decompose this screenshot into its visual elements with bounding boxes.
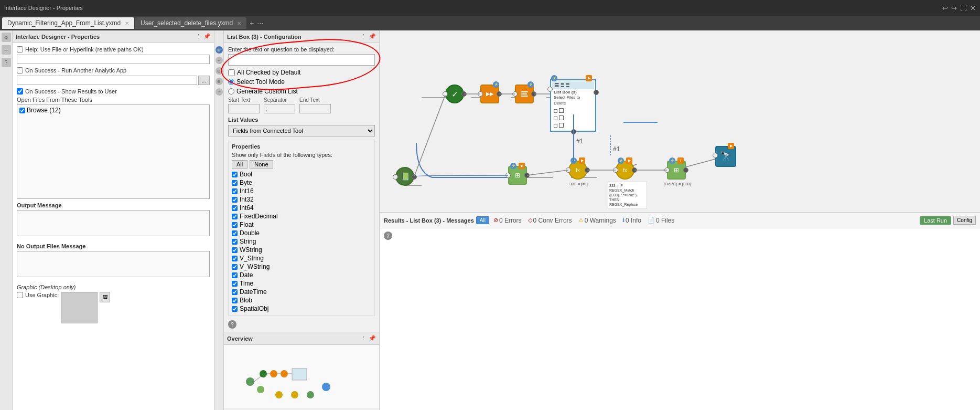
type-v_string: V_String xyxy=(232,255,371,262)
node-runner1[interactable]: ▶▶ ⚡ xyxy=(480,85,499,103)
tab-close-1[interactable]: ✕ xyxy=(125,20,129,26)
type-blob-cb[interactable] xyxy=(232,298,238,303)
tab-label-2: User_selected_delete_files.yxmd xyxy=(141,19,233,27)
use-graphic-checkbox[interactable] xyxy=(17,292,23,298)
bottom-help-icon[interactable]: ? xyxy=(228,320,375,329)
canvas-workspace[interactable]: #1 📗 ✓ ▶▶ ⚡ xyxy=(380,30,980,212)
mid-side-icon-3[interactable]: ⊕ xyxy=(216,67,223,75)
question-label: Enter the text or question to be display… xyxy=(228,46,375,52)
type-string-cb[interactable] xyxy=(232,239,238,245)
type-int64-cb[interactable] xyxy=(232,205,238,211)
sidebar-icon-3[interactable]: ? xyxy=(2,58,11,67)
type-int32-cb[interactable] xyxy=(232,197,238,203)
type-double-cb[interactable] xyxy=(232,230,238,236)
type-spatialobj: SpatialObj xyxy=(232,305,371,312)
node-interface[interactable]: 📗 xyxy=(395,167,414,186)
type-v_wstring-cb[interactable] xyxy=(232,264,238,270)
fields-dropdown[interactable]: Fields from Connected Tool xyxy=(228,125,375,136)
mid-side-icon-4[interactable]: ⊕ xyxy=(216,78,223,85)
overview-canvas[interactable] xyxy=(224,345,379,408)
browse-checkbox[interactable] xyxy=(19,108,25,113)
overview-title: Overview xyxy=(227,335,253,342)
on-success-run-input-row: ... xyxy=(17,76,210,85)
on-success-show-checkbox[interactable] xyxy=(17,88,23,94)
end-text-input[interactable] xyxy=(299,104,331,113)
info-icon: ℹ xyxy=(622,217,624,224)
start-text-input[interactable] xyxy=(228,104,260,113)
svg-point-3 xyxy=(281,370,288,377)
graphic-preview xyxy=(61,292,98,323)
tab-overflow-btn[interactable]: ⋯ xyxy=(257,19,264,27)
mid-panel: List Box (3) - Configuration ⋮ 📌 Enter t… xyxy=(224,30,379,410)
tab-add-btn[interactable]: + xyxy=(250,19,254,27)
undo-btn[interactable]: ↩ xyxy=(942,4,948,12)
type-double: Double xyxy=(232,229,371,237)
sidebar-icon-2[interactable]: ↔ xyxy=(2,45,11,55)
help-input[interactable] xyxy=(17,55,210,64)
tab-dynamic-filtering[interactable]: Dynamic_Filtering_App_From_List.yxmd ✕ xyxy=(2,17,134,29)
type-date-cb[interactable] xyxy=(232,272,238,278)
left-panel-body: Help: Use File or Hyperlink (relative pa… xyxy=(13,43,214,410)
type-v_string-cb[interactable] xyxy=(232,256,238,261)
maximize-btn[interactable]: ⛶ xyxy=(960,4,967,12)
close-btn[interactable]: ✕ xyxy=(970,4,976,12)
type-byte-cb[interactable] xyxy=(232,180,238,186)
mid-panel-dots[interactable]: ⋮ xyxy=(361,33,367,40)
mid-panel-pin[interactable]: 📌 xyxy=(369,33,376,40)
left-panel-pin[interactable]: 📌 xyxy=(203,33,211,40)
type-wstring-cb[interactable] xyxy=(232,247,238,253)
message-area: ? xyxy=(380,228,980,410)
results-errors: ⊘ 0 Errors xyxy=(493,217,522,224)
mid-side-icon-2[interactable]: ↔ xyxy=(216,57,223,64)
overview-dots[interactable]: ⋮ xyxy=(361,335,367,342)
node-checkmark[interactable]: ✓ xyxy=(445,85,464,103)
left-panel-dots[interactable]: ⋮ xyxy=(196,33,201,40)
svg-rect-4 xyxy=(292,369,307,380)
node-formula1[interactable]: fx ⚡ ▶ 333 = [#1] xyxy=(568,161,587,180)
node-formula2[interactable]: fx ⚡ ▶ 333 = IF REGEX_Match ([333], ".*=… xyxy=(616,161,634,180)
help-checkbox[interactable] xyxy=(17,46,23,52)
type-time-cb[interactable] xyxy=(232,281,238,287)
generate-custom-radio[interactable] xyxy=(228,88,234,94)
type-date: Date xyxy=(232,271,371,279)
none-types-btn[interactable]: None xyxy=(250,160,273,169)
node-filter[interactable]: ⊞ ⚡ ▶ xyxy=(508,166,527,185)
type-bool-cb[interactable] xyxy=(232,172,238,177)
graphic-browse-btn[interactable]: 🖼 xyxy=(100,292,110,302)
results-config-btn[interactable]: Config xyxy=(953,216,976,225)
separator-input[interactable] xyxy=(264,104,295,113)
node-output[interactable]: 🔭 ▶ xyxy=(715,146,736,167)
sidebar-icon-1[interactable]: ⚙ xyxy=(2,33,11,42)
type-spatialobj-cb[interactable] xyxy=(232,306,238,312)
node-runner2[interactable]: ⚡ xyxy=(515,85,534,103)
on-success-run-input[interactable] xyxy=(17,76,197,85)
type-float-cb[interactable] xyxy=(232,222,238,228)
no-output-textarea[interactable] xyxy=(17,251,210,277)
select-tool-radio[interactable] xyxy=(228,79,234,85)
type-int16-cb[interactable] xyxy=(232,188,238,194)
overview-pin[interactable]: 📌 xyxy=(369,335,376,342)
last-run-btn[interactable]: Last Run xyxy=(920,216,951,225)
errors-label: 0 Errors xyxy=(499,217,522,224)
errors-icon: ⊘ xyxy=(493,217,498,224)
all-checked-checkbox[interactable] xyxy=(228,69,235,76)
mid-side-icon-5[interactable]: ? xyxy=(216,88,223,96)
redo-btn[interactable]: ↪ xyxy=(951,4,957,12)
message-help-icon[interactable]: ? xyxy=(384,232,392,240)
all-types-btn[interactable]: All xyxy=(232,160,247,169)
on-success-run-btn[interactable]: ... xyxy=(198,76,210,85)
output-message-textarea[interactable] xyxy=(17,210,210,236)
tab-close-2[interactable]: ✕ xyxy=(237,20,241,26)
type-datetime-cb[interactable] xyxy=(232,289,238,295)
svg-text:#1: #1 xyxy=(613,145,620,153)
type-fixeddecimal-cb[interactable] xyxy=(232,214,238,219)
node-listbox[interactable]: ☰ ☰ ☰ List Box (3) Select Files to Delet… xyxy=(550,79,596,132)
node-filter2[interactable]: ⊞ ⚡ T [Field1] = [333] xyxy=(667,161,686,180)
tab-user-selected[interactable]: User_selected_delete_files.yxmd ✕ xyxy=(135,17,246,29)
list-values-label: List Values xyxy=(228,117,375,123)
question-input[interactable]: Select Files to Delete xyxy=(228,54,375,66)
no-output-label: No Output Files Message xyxy=(17,243,210,249)
results-all-btn[interactable]: All xyxy=(476,216,489,224)
mid-side-icon-1[interactable]: ⚙ xyxy=(216,46,223,54)
on-success-run-checkbox[interactable] xyxy=(17,67,23,73)
